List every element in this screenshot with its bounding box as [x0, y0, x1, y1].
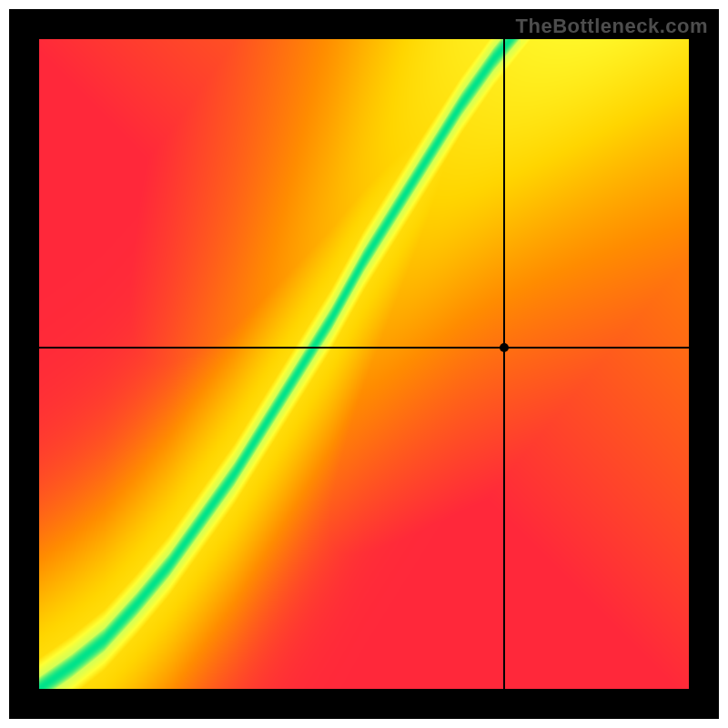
plot-area	[39, 39, 689, 689]
chart-frame: TheBottleneck.com	[9, 9, 719, 719]
crosshair-horizontal	[39, 347, 689, 349]
crosshair-vertical	[503, 39, 505, 689]
heatmap-canvas	[39, 39, 689, 689]
watermark-label: TheBottleneck.com	[516, 15, 708, 38]
marker-dot	[500, 343, 509, 352]
